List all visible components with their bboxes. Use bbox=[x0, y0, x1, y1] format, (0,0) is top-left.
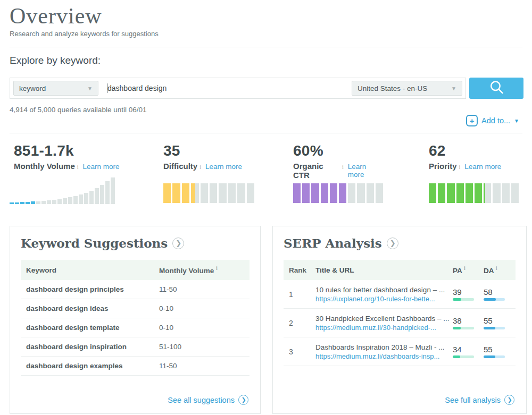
keyword-search-input[interactable] bbox=[98, 78, 352, 98]
keyword-suggestions-table-header: Keyword Monthly Volume i bbox=[21, 260, 250, 280]
column-header-da: DA i bbox=[484, 265, 510, 275]
gauge-segment bbox=[302, 183, 310, 203]
serp-table-header: Rank Title & URL PA i DA i bbox=[284, 260, 516, 280]
volume-bar bbox=[68, 197, 72, 204]
metric-label: Monthly Volume bbox=[14, 162, 75, 171]
locale-select[interactable]: United States - en-US ▼ bbox=[352, 81, 462, 96]
search-row: keyword ▼ United States - en-US ▼ bbox=[10, 78, 523, 99]
add-to-button[interactable]: + Add to... ▼ bbox=[466, 115, 519, 126]
priority-gauge bbox=[429, 183, 519, 203]
chevron-right-circle-icon: ❯ bbox=[238, 395, 248, 405]
da-value: 58 bbox=[484, 287, 510, 297]
locale-value: United States - en-US bbox=[358, 84, 427, 92]
info-icon[interactable]: i bbox=[77, 164, 79, 170]
metric-difficulty: 35 Difficulty i Learn more bbox=[163, 142, 254, 204]
gauge-segment bbox=[438, 183, 445, 203]
pa-value: 34 bbox=[453, 345, 484, 354]
volume-bar bbox=[89, 191, 94, 204]
title-url-cell: Dashboards Inspiration 2018 – Muzli - ..… bbox=[315, 343, 453, 360]
gauge-segment bbox=[511, 183, 519, 203]
serp-result-title: Dashboards Inspiration 2018 – Muzli - ..… bbox=[315, 343, 450, 351]
table-row: 110 rules for better dashboard design – … bbox=[284, 280, 516, 309]
serp-result-title: 10 rules for better dashboard design – .… bbox=[315, 286, 450, 294]
serp-result-title: 30 Handpicked Excellent Dashboards – ... bbox=[315, 315, 450, 323]
serp-analysis-title: SERP Analysis bbox=[284, 236, 382, 250]
learn-more-link[interactable]: Learn more bbox=[83, 163, 120, 171]
table-row: dashboard design principles11-50 bbox=[21, 280, 250, 299]
table-row: dashboard design template0-10 bbox=[21, 318, 250, 337]
learn-more-link[interactable]: Learn more bbox=[464, 163, 501, 171]
keyword-cell: dashboard design ideas bbox=[26, 304, 159, 312]
section-divider bbox=[10, 133, 522, 133]
gauge-segment bbox=[228, 183, 236, 203]
info-icon[interactable]: i bbox=[200, 164, 201, 170]
metric-label: Organic CTR bbox=[293, 162, 340, 180]
volume-bar bbox=[36, 201, 40, 204]
gauge-segment bbox=[311, 183, 319, 203]
gauge-segment bbox=[456, 183, 464, 203]
bar-fill bbox=[453, 355, 460, 358]
plus-icon: + bbox=[466, 115, 478, 126]
info-icon[interactable]: i bbox=[342, 164, 344, 170]
chevron-down-icon: ▼ bbox=[514, 118, 519, 124]
see-all-suggestions-link[interactable]: See all suggestions ❯ bbox=[168, 395, 248, 405]
volume-bar bbox=[63, 198, 67, 204]
da-value: 55 bbox=[484, 345, 510, 354]
pa-cell: 38 bbox=[453, 316, 484, 329]
metric-value: 35 bbox=[163, 142, 254, 159]
bar-fill bbox=[484, 327, 495, 329]
volume-bar bbox=[26, 202, 30, 204]
chevron-down-icon: ▼ bbox=[87, 86, 93, 91]
serp-url-link[interactable]: https://medium.muz.li/30-handpicked-... bbox=[315, 324, 450, 332]
volume-bar bbox=[79, 194, 83, 204]
serp-analysis-panel: SERP Analysis ❯ Rank Title & URL PA i DA… bbox=[272, 226, 527, 414]
keyword-suggestions-title: Keyword Suggestions bbox=[21, 236, 168, 250]
gauge-segment bbox=[357, 183, 364, 203]
metric-label: Difficulty bbox=[163, 162, 197, 171]
keyword-cell: dashboard design principles bbox=[26, 285, 159, 293]
volume-bar bbox=[10, 202, 14, 204]
table-row: 230 Handpicked Excellent Dashboards – ..… bbox=[284, 309, 516, 337]
volume-bar bbox=[52, 200, 56, 204]
pa-value: 39 bbox=[453, 287, 484, 297]
info-icon[interactable]: i bbox=[496, 265, 497, 271]
add-to-label: Add to... bbox=[481, 116, 510, 125]
gauge-segment bbox=[201, 183, 208, 203]
page-header: Overview Research and analyze keywords f… bbox=[10, 3, 159, 38]
column-header-pa: PA i bbox=[453, 265, 484, 275]
rank-cell: 3 bbox=[289, 348, 315, 356]
search-type-select[interactable]: keyword ▼ bbox=[13, 81, 98, 96]
serp-url-link[interactable]: https://medium.muz.li/dashboards-insp... bbox=[315, 352, 450, 360]
keyword-suggestions-panel: Keyword Suggestions ❯ Keyword Monthly Vo… bbox=[10, 226, 261, 414]
organic-ctr-gauge bbox=[293, 183, 383, 203]
column-header-title-url: Title & URL bbox=[315, 266, 453, 274]
gauge-segment bbox=[163, 183, 171, 203]
search-box: keyword ▼ United States - en-US ▼ bbox=[10, 78, 466, 99]
search-icon bbox=[488, 79, 505, 98]
gauge-segment bbox=[339, 183, 346, 203]
volume-bar bbox=[111, 177, 115, 204]
metric-value: 62 bbox=[429, 142, 519, 159]
see-full-analysis-link[interactable]: See full analysis ❯ bbox=[445, 395, 514, 405]
learn-more-link[interactable]: Learn more bbox=[205, 163, 242, 171]
monthly-volume-cell: 0-10 bbox=[159, 324, 244, 332]
gauge-segment bbox=[247, 183, 254, 203]
serp-url-link[interactable]: https://uxplanet.org/10-rules-for-bette.… bbox=[315, 295, 450, 303]
info-icon[interactable]: i bbox=[459, 164, 461, 170]
bar-fill bbox=[484, 298, 496, 301]
chevron-right-circle-icon[interactable]: ❯ bbox=[387, 238, 398, 249]
volume-bar bbox=[47, 200, 51, 204]
gauge-segment bbox=[321, 183, 328, 203]
learn-more-link[interactable]: Learn more bbox=[348, 163, 383, 179]
chevron-right-circle-icon[interactable]: ❯ bbox=[172, 238, 184, 249]
info-icon[interactable]: i bbox=[464, 265, 466, 271]
volume-bar bbox=[95, 188, 99, 204]
explore-by-keyword-label: Explore by keyword: bbox=[10, 55, 101, 66]
gauge-segment bbox=[367, 183, 374, 203]
bar-fill bbox=[453, 298, 461, 301]
search-button[interactable] bbox=[469, 78, 523, 99]
info-icon[interactable]: i bbox=[216, 265, 218, 271]
header-divider bbox=[10, 47, 522, 47]
gauge-segment bbox=[348, 183, 355, 203]
table-row: 3Dashboards Inspiration 2018 – Muzli - .… bbox=[284, 337, 516, 366]
